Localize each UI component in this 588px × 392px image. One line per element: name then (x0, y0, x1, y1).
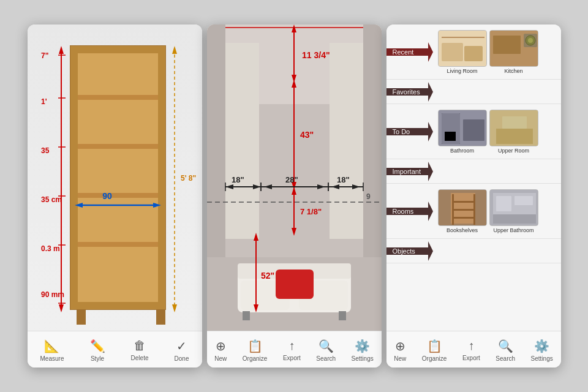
upper-room-label: Upper Room (498, 148, 529, 154)
rooms-thumbnails: Bookshelves Upper Bathroo (428, 186, 561, 237)
svg-text:28": 28" (285, 175, 298, 184)
screen3-organize-button[interactable]: 📋 Organize (422, 339, 447, 362)
bathroom-item[interactable]: Bathroom (438, 110, 487, 154)
screen2-search-button[interactable]: 🔍 Search (316, 339, 336, 362)
svg-rect-46 (225, 43, 259, 239)
svg-rect-112 (496, 196, 511, 211)
screen3-new-button[interactable]: ⊕ New (394, 339, 406, 362)
screen2-settings-button[interactable]: ⚙️ Settings (352, 339, 374, 362)
svg-rect-106 (452, 201, 475, 203)
new-icon: ⊕ (216, 339, 226, 353)
done-icon: ✓ (176, 339, 187, 353)
recent-label[interactable]: Recent (386, 48, 428, 56)
settings-icon: ⚙️ (355, 339, 370, 353)
bookshelf-svg: 7" 1' 35 35 cm 0.3 m 90 mm 90 5' 8" (28, 24, 202, 331)
bookshelves-item[interactable]: Bookshelves (438, 189, 487, 233)
svg-text:9: 9 (366, 192, 371, 201)
screen1-content: 7" 1' 35 35 cm 0.3 m 90 mm 90 5' 8" (28, 24, 202, 331)
svg-marker-12 (59, 46, 64, 54)
category-objects[interactable]: Objects (386, 239, 561, 263)
svg-rect-3 (70, 46, 165, 53)
favorites-label[interactable]: Favorites (386, 88, 428, 96)
svg-text:35: 35 (41, 146, 50, 155)
bathroom-thumb (438, 110, 487, 146)
svg-text:52": 52" (261, 271, 274, 281)
done-button[interactable]: ✓ Done (175, 339, 189, 362)
screen3-organize-label: Organize (422, 355, 447, 362)
screen3-organize-icon: 📋 (427, 339, 442, 353)
new-label: New (214, 355, 227, 362)
export-icon: ↑ (288, 339, 295, 353)
category-important[interactable]: Important (386, 159, 561, 184)
svg-rect-9 (77, 309, 86, 325)
svg-rect-5 (78, 95, 158, 100)
screen2-organize-button[interactable]: 📋 Organize (243, 339, 268, 362)
rooms-label[interactable]: Rooms (386, 208, 428, 215)
screen3-export-button[interactable]: ↑ Export (462, 339, 480, 361)
todo-thumbnails: Bathroom Upper Room (428, 106, 561, 157)
bookshelves-label: Bookshelves (447, 227, 478, 233)
svg-rect-6 (78, 144, 158, 149)
svg-rect-7 (78, 193, 158, 198)
svg-rect-43 (276, 270, 314, 299)
svg-rect-2 (158, 46, 165, 309)
svg-text:43": 43" (300, 130, 314, 140)
svg-rect-101 (502, 116, 527, 129)
living-room-item[interactable]: Living Room (438, 30, 487, 74)
category-recent[interactable]: Recent Living Room (386, 24, 561, 80)
measure-label: Measure (40, 355, 64, 362)
svg-rect-85 (464, 46, 483, 61)
svg-point-91 (528, 38, 533, 43)
upper-room-item[interactable]: Upper Room (489, 110, 538, 154)
svg-marker-13 (59, 304, 64, 312)
screen3: Recent Living Room (386, 24, 561, 368)
svg-text:7 1/8": 7 1/8" (300, 207, 322, 216)
bookshelves-thumb (438, 189, 487, 226)
kitchen-thumb (489, 30, 538, 67)
organize-label: Organize (243, 355, 268, 362)
objects-thumbnails (428, 247, 561, 255)
upper-bathroom-item[interactable]: Upper Bathroom (489, 189, 538, 233)
screen3-search-button[interactable]: 🔍 Search (496, 339, 515, 362)
category-favorites[interactable]: Favorites (386, 80, 561, 104)
screen1: 7" 1' 35 35 cm 0.3 m 90 mm 90 5' 8" 📐 Me… (28, 24, 202, 368)
important-thumbnails (428, 168, 561, 175)
svg-text:90: 90 (102, 191, 112, 201)
screen3-new-icon: ⊕ (395, 339, 405, 353)
svg-marker-25 (172, 304, 177, 312)
svg-rect-84 (442, 43, 463, 61)
delete-label: Delete (131, 355, 149, 361)
objects-label[interactable]: Objects (386, 247, 428, 255)
measure-button[interactable]: 📐 Measure (40, 339, 64, 362)
screen3-export-label: Export (462, 355, 480, 361)
screen3-search-icon: 🔍 (498, 339, 513, 353)
svg-rect-10 (156, 309, 165, 325)
svg-text:5' 8": 5' 8" (181, 174, 196, 183)
room-svg: 11 3/4" 43" 18" 28" (207, 24, 382, 331)
todo-label[interactable]: To Do (386, 128, 428, 135)
svg-rect-108 (452, 217, 475, 219)
upper-bathroom-thumb (489, 189, 538, 226)
measure-icon: 📐 (44, 339, 59, 353)
delete-button[interactable]: 🗑 Delete (131, 339, 149, 361)
upper-bathroom-label: Upper Bathroom (493, 227, 533, 233)
svg-rect-44 (243, 311, 250, 320)
svg-rect-103 (451, 193, 475, 224)
screen3-content: Recent Living Room (386, 24, 561, 331)
svg-rect-111 (493, 214, 536, 224)
style-label: Style (91, 355, 104, 362)
screen2-new-button[interactable]: ⊕ New (214, 339, 227, 362)
screen2-content: 11 3/4" 43" 18" 28" (207, 24, 382, 331)
category-todo[interactable]: To Do (386, 104, 561, 159)
important-label[interactable]: Important (386, 168, 428, 175)
svg-rect-8 (78, 242, 158, 247)
screen3-settings-button[interactable]: ⚙️ Settings (531, 339, 553, 362)
svg-rect-113 (514, 196, 533, 205)
svg-text:7": 7" (41, 51, 48, 60)
kitchen-item[interactable]: Kitchen (489, 30, 538, 74)
delete-icon: 🗑 (134, 339, 146, 353)
style-button[interactable]: ✏️ Style (90, 339, 105, 362)
screen2-export-button[interactable]: ↑ Export (283, 339, 301, 361)
svg-rect-47 (330, 43, 363, 239)
category-rooms[interactable]: Rooms (386, 184, 561, 239)
